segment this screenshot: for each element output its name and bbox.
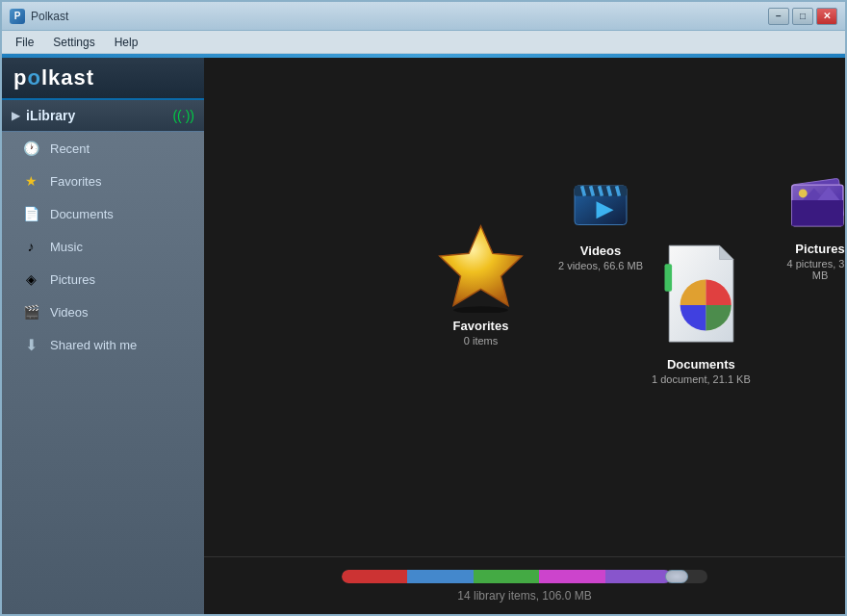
documents-label: Documents bbox=[667, 357, 735, 372]
sidebar-label-favorites: Favorites bbox=[50, 174, 101, 189]
window-controls: − □ ✕ bbox=[768, 8, 837, 25]
app-window: P Polkast − □ ✕ File Settings Help polka… bbox=[0, 0, 847, 616]
svg-rect-10 bbox=[664, 264, 672, 292]
icon-grid: Favorites 0 items bbox=[204, 58, 845, 556]
pictures-svg bbox=[782, 173, 845, 236]
svg-rect-14 bbox=[792, 200, 843, 226]
status-bar: 14 library items, 106.0 MB bbox=[204, 556, 845, 614]
sidebar-label-shared: Shared with me bbox=[50, 338, 137, 352]
videos-label: Videos bbox=[580, 244, 621, 258]
sidebar-item-documents[interactable]: 📄 Documents bbox=[2, 197, 204, 230]
music-icon: ♪ bbox=[21, 237, 40, 256]
title-bar: P Polkast − □ ✕ bbox=[2, 2, 845, 31]
progress-thumb[interactable] bbox=[665, 570, 688, 583]
sidebar-label-documents: Documents bbox=[50, 207, 114, 221]
recent-icon: 🕐 bbox=[21, 139, 40, 158]
videos-sub: 2 videos, 66.6 MB bbox=[558, 260, 643, 271]
videos-svg bbox=[566, 168, 635, 238]
logo: polkast bbox=[13, 65, 94, 90]
content-panel: Favorites 0 items bbox=[204, 58, 845, 614]
sidebar-label-recent: Recent bbox=[50, 141, 90, 156]
favorites-icon: ★ bbox=[21, 171, 40, 191]
pictures-media-icon[interactable]: Pictures 4 pictures, 3.6 MB bbox=[782, 173, 845, 281]
sidebar-item-shared[interactable]: ⬇ Shared with me bbox=[2, 328, 204, 361]
window-title: Polkast bbox=[31, 10, 768, 23]
minimize-button[interactable]: − bbox=[768, 8, 789, 25]
sidebar-label-music: Music bbox=[50, 240, 83, 254]
sidebar-item-favorites[interactable]: ★ Favorites bbox=[2, 165, 204, 197]
sidebar-label-pictures: Pictures bbox=[50, 272, 95, 287]
wifi-icon: ((·)) bbox=[172, 108, 194, 123]
sidebar-item-music[interactable]: ♪ Music bbox=[2, 230, 204, 263]
sidebar-logo: polkast bbox=[2, 58, 204, 100]
sidebar-item-videos[interactable]: 🎬 Videos bbox=[2, 295, 204, 328]
favorites-label: Favorites bbox=[453, 319, 509, 333]
progress-bar bbox=[342, 570, 671, 583]
documents-media-icon[interactable]: Documents 1 document, 21.1 KB bbox=[652, 241, 751, 385]
status-text: 14 library items, 106.0 MB bbox=[457, 589, 591, 603]
content-main: Favorites 0 items bbox=[204, 58, 845, 556]
pictures-label: Pictures bbox=[795, 242, 844, 256]
star-svg bbox=[435, 221, 526, 313]
documents-icon: 📄 bbox=[21, 204, 40, 223]
svg-point-1 bbox=[453, 306, 508, 313]
menu-file[interactable]: File bbox=[6, 34, 43, 51]
pictures-icon: ◈ bbox=[21, 270, 40, 289]
main-area: polkast ▶ iLibrary ((·)) 🕐 Recent ★ Favo… bbox=[2, 58, 845, 614]
sidebar: polkast ▶ iLibrary ((·)) 🕐 Recent ★ Favo… bbox=[2, 58, 204, 614]
menu-bar: File Settings Help bbox=[2, 31, 845, 54]
maximize-button[interactable]: □ bbox=[792, 8, 813, 25]
favorites-media-icon[interactable]: Favorites 0 items bbox=[435, 221, 526, 346]
documents-svg bbox=[655, 241, 747, 351]
svg-marker-0 bbox=[440, 226, 523, 306]
app-icon: P bbox=[10, 9, 25, 24]
videos-icon: 🎬 bbox=[21, 302, 40, 321]
favorites-sub: 0 items bbox=[464, 335, 498, 346]
sidebar-item-pictures[interactable]: ◈ Pictures bbox=[2, 263, 204, 295]
sidebar-item-recent[interactable]: 🕐 Recent bbox=[2, 132, 204, 165]
pictures-sub: 4 pictures, 3.6 MB bbox=[782, 258, 845, 281]
sidebar-label-videos: Videos bbox=[50, 305, 89, 320]
menu-settings[interactable]: Settings bbox=[43, 34, 104, 51]
close-button[interactable]: ✕ bbox=[816, 8, 837, 25]
documents-sub: 1 document, 21.1 KB bbox=[652, 373, 751, 385]
svg-point-17 bbox=[799, 190, 808, 198]
ilibrary-label: iLibrary bbox=[26, 108, 172, 123]
videos-media-icon[interactable]: Videos 2 videos, 66.6 MB bbox=[558, 168, 643, 271]
progress-bar-container bbox=[342, 570, 707, 583]
ilibrary-arrow-icon: ▶ bbox=[12, 109, 20, 122]
menu-help[interactable]: Help bbox=[105, 34, 148, 51]
ilibrary-item[interactable]: ▶ iLibrary ((·)) bbox=[2, 100, 204, 132]
shared-icon: ⬇ bbox=[21, 335, 40, 354]
